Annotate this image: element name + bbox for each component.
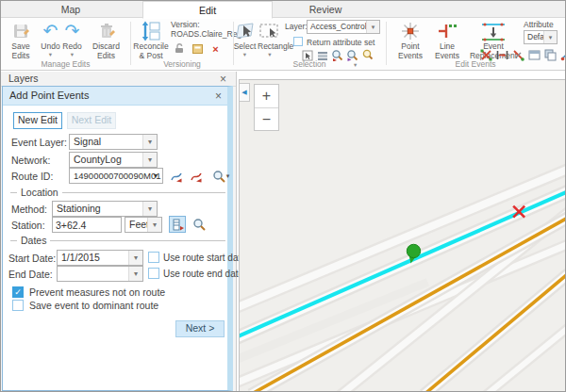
tab-edit[interactable]: Edit: [142, 1, 273, 19]
prevent-measures-checkbox[interactable]: ✓: [12, 286, 24, 298]
method-select[interactable]: Stationing ▾: [52, 201, 158, 217]
station-units-caret[interactable]: ▾: [147, 218, 161, 232]
point-events-button[interactable]: Point Events: [391, 20, 429, 61]
event-layer-caret[interactable]: ▾: [142, 135, 157, 149]
pick-station-on-map-button[interactable]: [169, 216, 186, 233]
trash-icon: [84, 20, 128, 42]
location-section-header: Location: [10, 187, 225, 198]
zoom-out-button[interactable]: −: [255, 107, 278, 130]
reconcile-post-button[interactable]: Reconcile & Post: [133, 20, 169, 61]
line-events-button[interactable]: Line Events: [431, 20, 463, 61]
end-date-caret[interactable]: ▾: [128, 267, 142, 281]
point-events-icon: [391, 20, 429, 42]
select-route-on-map-icon[interactable]: [169, 169, 183, 183]
ribbon: Save Edits ↶ Undo ▾ ↷ Redo ▾ Discard Edi…: [1, 18, 565, 71]
network-label: Network:: [11, 155, 50, 166]
ribbon-tabstrip: Map Edit Review: [1, 1, 565, 18]
layers-close-icon[interactable]: ×: [220, 74, 226, 85]
content-area: Layers × Add Point Events × New Edit Nex…: [1, 71, 565, 391]
selection-group-label: Selection: [234, 59, 385, 69]
start-date-label: Start Date:: [8, 253, 56, 264]
edit-events-group-label: Edit Events: [387, 59, 564, 69]
dates-section-header: Dates: [10, 235, 225, 246]
event-layer-label: Event Layer:: [11, 137, 67, 148]
use-route-start-label: Use route start date: [163, 253, 246, 263]
unlock-version-icon[interactable]: [174, 42, 186, 55]
start-date-picker[interactable]: 1/1/2015 ▾: [57, 250, 143, 266]
save-icon: [3, 20, 39, 42]
station-input[interactable]: [52, 217, 122, 233]
zoom-in-button[interactable]: +: [255, 85, 278, 107]
use-route-end-label: Use route end date: [163, 269, 243, 279]
add-point-events-header: Add Point Events ×: [3, 87, 227, 106]
map-view[interactable]: ◀ + −: [239, 79, 565, 391]
layer-select-caret[interactable]: ▾: [366, 21, 379, 33]
prevent-measures-label: Prevent measures not on route: [29, 286, 165, 298]
add-point-events-title: Add Point Events: [9, 90, 89, 101]
rectangle-dropdown-caret[interactable]: ▾: [258, 52, 282, 57]
method-caret[interactable]: ▾: [142, 202, 157, 216]
end-date-picker[interactable]: ▾: [57, 266, 143, 282]
collapse-panel-button[interactable]: ◀: [240, 83, 250, 102]
layer-select[interactable]: Access_Control ▾: [307, 20, 380, 34]
network-caret[interactable]: ▾: [142, 153, 157, 167]
save-dominant-checkbox[interactable]: [12, 300, 24, 311]
method-label: Method:: [11, 204, 47, 215]
start-date-caret[interactable]: ▾: [128, 251, 142, 265]
end-date-label: End Date:: [8, 269, 53, 280]
zoom-to-route-caret[interactable]: ▾: [226, 172, 230, 180]
redo-icon: ↷: [61, 20, 83, 42]
save-dominant-label: Save event to dominant route: [29, 300, 158, 311]
network-select[interactable]: CountyLog ▾: [69, 152, 158, 168]
rectangle-select-icon: [258, 20, 282, 42]
add-point-events-close-icon[interactable]: ×: [215, 90, 222, 102]
save-edits-button[interactable]: Save Edits: [3, 20, 39, 61]
station-label: Station:: [11, 220, 45, 231]
select-pointer-icon: [232, 20, 258, 42]
route-id-combo[interactable]: 14900000700090M01 ▾: [69, 168, 163, 184]
next-button[interactable]: Next >: [175, 320, 225, 337]
undo-icon: ↶: [40, 20, 61, 42]
attribute-set-select[interactable]: Default ▾: [524, 30, 558, 44]
version-label: Version:: [171, 20, 233, 29]
line-events-icon: [431, 20, 463, 42]
attribute-set-caret[interactable]: ▾: [543, 31, 557, 43]
reconcile-icon: [133, 20, 169, 42]
map-canvas: [240, 80, 565, 391]
select-dropdown-caret[interactable]: ▾: [232, 52, 258, 57]
layers-pane-header: Layers ×: [1, 72, 236, 87]
event-layer-select[interactable]: Signal ▾: [69, 134, 158, 150]
station-units-select[interactable]: Feet ▾: [125, 217, 162, 233]
zoom-to-route-icon[interactable]: ▾: [210, 169, 231, 183]
post-version-icon[interactable]: [191, 42, 204, 55]
route-id-label: Route ID:: [11, 171, 53, 182]
event-replacement-icon: [465, 20, 522, 42]
use-route-end-checkbox[interactable]: [148, 268, 159, 279]
select-route-from-selection-icon[interactable]: [189, 169, 203, 183]
discard-edits-button[interactable]: Discard Edits: [84, 20, 128, 61]
new-edit-button[interactable]: New Edit: [13, 112, 62, 129]
next-edit-button[interactable]: Next Edit: [67, 112, 116, 129]
app-window: Map Edit Review Save Edits ↶ Undo ▾ ↷ Re…: [0, 0, 566, 392]
return-attribute-checkbox[interactable]: [293, 37, 303, 46]
tab-map[interactable]: Map: [29, 1, 112, 18]
add-point-events-pane: Add Point Events × New Edit Next Edit Ev…: [2, 86, 233, 391]
tab-review[interactable]: Review: [282, 1, 369, 18]
delete-version-icon[interactable]: ×: [209, 42, 222, 55]
undo-dropdown-caret[interactable]: ▾: [40, 52, 61, 57]
manage-edits-group-label: Manage Edits: [1, 59, 130, 69]
map-zoom-control: + −: [254, 84, 279, 131]
return-attribute-label: Return attribute set: [307, 38, 375, 47]
undo-button[interactable]: ↶ Undo ▾: [40, 20, 61, 57]
rectangle-select-button[interactable]: Rectangle ▾: [258, 20, 282, 57]
redo-button[interactable]: ↷ Redo ▾: [61, 20, 83, 57]
layers-pane-title: Layers: [8, 73, 39, 84]
versioning-group-label: Versioning: [131, 59, 233, 69]
left-panel: Layers × Add Point Events × New Edit Nex…: [1, 72, 237, 391]
version-value: ROADS.Claire_Reg: [171, 29, 233, 39]
redo-dropdown-caret[interactable]: ▾: [61, 52, 83, 57]
use-route-start-checkbox[interactable]: [148, 252, 159, 263]
zoom-to-station-icon[interactable]: [191, 217, 207, 232]
route-id-caret[interactable]: ▾: [151, 169, 160, 183]
select-button[interactable]: Select ▾: [232, 20, 258, 57]
